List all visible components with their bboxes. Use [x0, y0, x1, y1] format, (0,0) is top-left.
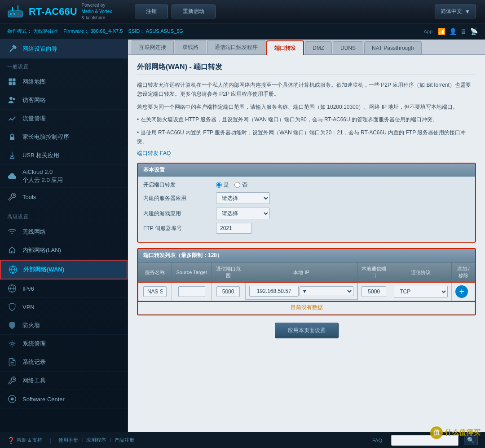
- file-icon: [7, 357, 17, 367]
- faq-link[interactable]: 端口转发 FAQ: [137, 150, 476, 157]
- radio-no[interactable]: [234, 182, 240, 188]
- vpn-icon: [7, 302, 17, 312]
- add-row-button[interactable]: +: [455, 285, 468, 298]
- protocol-select[interactable]: TCP UDP BOTH: [394, 286, 448, 297]
- col-source: Source Target: [172, 262, 212, 283]
- sidebar-item-network-map[interactable]: 网络地图: [0, 73, 128, 91]
- sidebar-label: IPv6: [22, 285, 34, 292]
- radio-group: 是 否: [216, 181, 247, 189]
- general-section-title: 一般设置: [0, 59, 128, 73]
- svg-rect-8: [9, 82, 12, 85]
- radio-yes[interactable]: [216, 182, 222, 188]
- sidebar-item-nettools[interactable]: 网络工具: [0, 372, 128, 390]
- local-port-input[interactable]: [362, 286, 386, 297]
- footer: ❓ 帮助 & 支持 | 使用手册 | 应用程序 | 产品注册 FAQ 🔍: [0, 432, 485, 448]
- user-icon: 👤: [449, 28, 457, 35]
- usb-icon: [7, 151, 17, 160]
- ftp-port-input[interactable]: [216, 223, 252, 234]
- sidebar-label: 网络地图: [22, 78, 46, 86]
- no-data-text: 目前没有数据: [138, 301, 475, 315]
- row-service: [138, 283, 172, 301]
- source-input[interactable]: [178, 286, 205, 297]
- sidebar-item-wireless[interactable]: 无线网络: [0, 223, 128, 241]
- signal-icon: 📡: [470, 28, 478, 35]
- server-apps-select[interactable]: 请选择: [216, 192, 270, 204]
- language-selector[interactable]: 简体中文 ▼: [435, 4, 476, 18]
- sidebar-label: 防火墙: [22, 321, 40, 329]
- chevron-down-icon: ▼: [465, 9, 470, 15]
- server-apps-row: 内建的服务器应用 请选择: [143, 192, 470, 204]
- sidebar-item-usb[interactable]: USB 相关应用: [0, 146, 128, 165]
- sidebar-item-wan[interactable]: 外部网络(WAN): [0, 260, 128, 279]
- reboot-button[interactable]: 重新启动: [172, 4, 216, 18]
- tab-dmz[interactable]: DMZ: [305, 41, 332, 54]
- col-protocol: 通信协议: [390, 262, 452, 283]
- sidebar-item-parental[interactable]: 家长电脑控制程序: [0, 128, 128, 146]
- local-ip-input[interactable]: [249, 286, 299, 297]
- sidebar-item-tools[interactable]: Tools: [0, 188, 128, 206]
- tab-portforward1[interactable]: 通信端口触发程序: [207, 40, 265, 54]
- service-input[interactable]: [143, 286, 167, 297]
- radio-yes-label[interactable]: 是: [216, 181, 229, 189]
- sidebar-label: 网络工具: [22, 377, 46, 385]
- sidebar-label: Software Center: [22, 396, 65, 403]
- sidebar-item-guest-network[interactable]: 访客网络: [0, 91, 128, 110]
- radio-no-label[interactable]: 否: [234, 181, 247, 189]
- sidebar-label: Tools: [22, 194, 36, 200]
- game-apps-select[interactable]: 请选择: [216, 208, 270, 219]
- footer-links: 使用手册 | 应用程序 | 产品注册: [58, 437, 135, 444]
- bullet1: • 在关闭防火墙设置 HTTP 服务器，且设置外网（WAN 端口）端口为80，会…: [137, 115, 476, 124]
- footer-help: ❓ 帮助 & 支持: [7, 437, 42, 444]
- sidebar-item-ipv6[interactable]: IPv6: [0, 279, 128, 298]
- server-apps-label: 内建的服务器应用: [143, 195, 211, 202]
- sidebar-item-admin[interactable]: 系统管理: [0, 335, 128, 353]
- sidebar-item-software-center[interactable]: Software Center: [0, 390, 128, 408]
- no-data-row: 目前没有数据: [138, 301, 475, 315]
- game-apps-row: 内建的游戏应用 请选择: [143, 208, 470, 219]
- tab-dualwan[interactable]: 双线路: [175, 40, 206, 54]
- tab-natpassthrough[interactable]: NAT Passthrough: [364, 41, 422, 54]
- sidebar-label: AiCloud 2.0个人云 2.0 应用: [22, 168, 63, 184]
- powered-by-text: Powered by Merlin & Vortex & koolshare: [82, 2, 112, 21]
- manual-link[interactable]: 使用手册: [58, 437, 78, 444]
- tools-icon: [7, 192, 17, 202]
- apps-link[interactable]: 应用程序: [86, 437, 106, 444]
- svg-point-11: [13, 98, 15, 100]
- network-icon: 🖥: [460, 28, 467, 35]
- svg-point-3: [17, 13, 19, 15]
- watermark-text: 什么值得买: [445, 428, 481, 438]
- map-icon: [7, 77, 17, 87]
- port-range-input[interactable]: [216, 286, 240, 297]
- svg-point-10: [9, 97, 13, 100]
- page-title: 外部网络(WAN) - 端口转发: [137, 62, 476, 75]
- tab-ddns[interactable]: DDNS: [333, 41, 363, 54]
- watermark-icon: 值: [430, 426, 443, 439]
- wifi-icon: 📶: [438, 28, 445, 35]
- sidebar-item-aicloud[interactable]: AiCloud 2.0个人云 2.0 应用: [0, 165, 128, 188]
- sidebar-label: 流量管理: [22, 115, 46, 123]
- sidebar-item-syslog[interactable]: 系统记录: [0, 353, 128, 372]
- register-link[interactable]: 产品注册: [115, 437, 134, 444]
- sidebar-item-firewall[interactable]: 防火墙: [0, 316, 128, 335]
- globe-icon: [8, 265, 18, 275]
- svg-point-15: [11, 343, 13, 345]
- port-forward-table-header: 端口转发列表（最多限制：128）: [138, 249, 475, 262]
- sidebar-item-vpn[interactable]: VPN: [0, 298, 128, 316]
- apply-button[interactable]: 应用本页面设置: [275, 323, 339, 338]
- sidebar: 网络设置向导 一般设置 网络地图 访客网络 流量管理 家长电脑控制: [0, 40, 128, 432]
- router-model: RT-AC66U: [29, 6, 77, 18]
- port-forward-table: 服务名称 Source Target 通信端口范围 本地 IP 本地通信端口 通…: [138, 262, 475, 315]
- tabs-bar: 互联网连接 双线路 通信端口触发程序 端口转发 DMZ DDNS NAT Pas…: [128, 40, 485, 55]
- row-add-remove: +: [452, 283, 475, 301]
- enable-label: 开启端口转发: [143, 181, 211, 189]
- ip-dropdown[interactable]: ▼: [300, 286, 353, 296]
- row-source: [172, 283, 212, 301]
- tab-internet[interactable]: 互联网连接: [132, 40, 174, 54]
- sidebar-item-setup-guide[interactable]: 网络设置向导: [0, 40, 128, 59]
- lock-icon: [7, 132, 17, 142]
- tab-portforward2[interactable]: 端口转发: [266, 40, 304, 55]
- sidebar-item-traffic-manager[interactable]: 流量管理: [0, 110, 128, 128]
- sidebar-item-lan[interactable]: 内部网络(LAN): [0, 241, 128, 260]
- logout-button[interactable]: 注销: [135, 4, 168, 18]
- row-port-range: [211, 283, 245, 301]
